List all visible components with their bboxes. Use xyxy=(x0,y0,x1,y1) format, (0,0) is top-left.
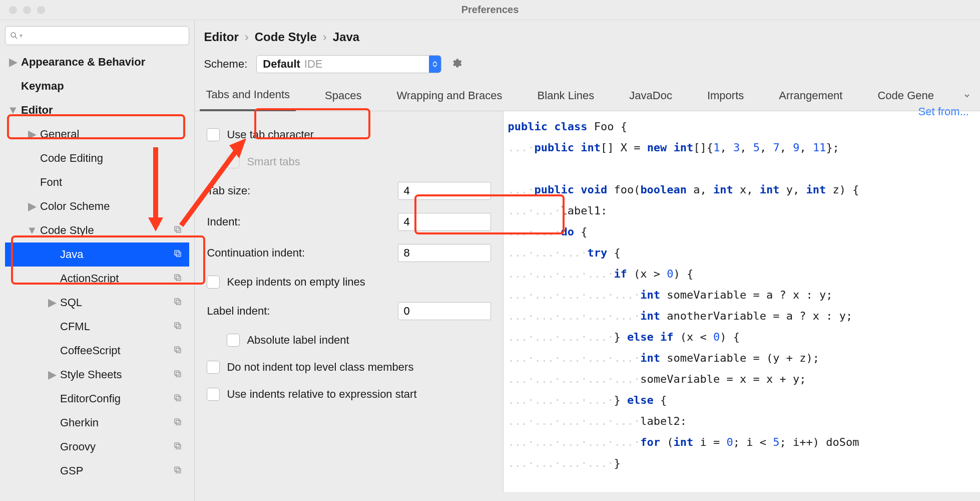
copy-icon[interactable] xyxy=(173,392,182,405)
breadcrumb-item[interactable]: Java xyxy=(333,30,359,44)
search-input[interactable] xyxy=(25,31,185,41)
svg-rect-7 xyxy=(175,275,179,279)
tree-item-style-sheets[interactable]: ▶Style Sheets xyxy=(5,363,189,387)
copy-icon[interactable] xyxy=(173,320,182,333)
tab-size-label: Tab size: xyxy=(207,184,398,197)
tab-tabs-and-indents[interactable]: Tabs and Indents xyxy=(200,81,296,111)
tabs: Tabs and Indents Spaces Wrapping and Bra… xyxy=(195,81,980,111)
tree-item-label: Gherkin xyxy=(60,416,189,429)
tabs-overflow-icon[interactable] xyxy=(963,90,980,103)
chevron-down-icon[interactable]: ▼ xyxy=(8,104,18,117)
copy-icon[interactable] xyxy=(173,272,182,285)
tree-item-label: Color Scheme xyxy=(40,200,189,213)
chevron-right-icon: › xyxy=(323,30,327,44)
tree-item-actionscript[interactable]: ActionScript xyxy=(5,267,189,291)
chevron-down-icon[interactable]: ▼ xyxy=(27,224,37,237)
copy-icon[interactable] xyxy=(173,344,182,357)
tree-item-cfml[interactable]: CFML xyxy=(5,315,189,339)
chevron-right-icon[interactable]: ▶ xyxy=(8,56,18,69)
tree-item-label: GSP xyxy=(60,464,189,477)
chevron-right-icon[interactable]: ▶ xyxy=(27,128,37,141)
svg-rect-4 xyxy=(176,252,181,257)
svg-rect-9 xyxy=(175,299,179,303)
label-indent-input[interactable] xyxy=(398,302,491,320)
checkbox-label: Use indents relative to expression start xyxy=(227,388,416,401)
tab-arrangement[interactable]: Arrangement xyxy=(773,82,848,110)
scheme-stepper-icon[interactable] xyxy=(429,56,441,73)
scheme-selector[interactable]: Default IDE xyxy=(256,55,441,73)
checkbox-icon[interactable] xyxy=(207,388,220,401)
svg-rect-8 xyxy=(176,300,181,305)
tab-spaces[interactable]: Spaces xyxy=(319,82,367,110)
tree-item-coffeescript[interactable]: CoffeeScript xyxy=(5,339,189,363)
svg-rect-18 xyxy=(176,420,181,425)
copy-icon[interactable] xyxy=(173,296,182,309)
smart-tabs-checkbox: Smart tabs xyxy=(207,148,491,175)
indent-settings-form: Use tab character Smart tabs Tab size: I… xyxy=(195,111,503,492)
tree-item-font[interactable]: Font xyxy=(5,170,189,194)
checkbox-label: Absolute label indent xyxy=(247,334,349,347)
tree-item-editor[interactable]: ▼Editor xyxy=(5,98,189,122)
tab-code-generation[interactable]: Code Gene xyxy=(871,82,940,110)
search-input-wrap[interactable]: ▾ xyxy=(5,26,189,45)
breadcrumb-item[interactable]: Editor xyxy=(204,30,238,44)
tree-item-code-editing[interactable]: Code Editing xyxy=(5,146,189,170)
minimize-icon[interactable] xyxy=(23,6,31,14)
chevron-right-icon[interactable]: ▶ xyxy=(27,200,37,213)
tab-blank-lines[interactable]: Blank Lines xyxy=(532,82,601,110)
tree-item-java[interactable]: Java xyxy=(5,242,189,267)
svg-rect-15 xyxy=(175,371,179,375)
tree-item-label: Code Editing xyxy=(40,152,189,165)
tree-item-editorconfig[interactable]: EditorConfig xyxy=(5,387,189,411)
indent-input[interactable] xyxy=(398,213,491,231)
keep-indents-checkbox[interactable]: Keep indents on empty lines xyxy=(207,269,491,296)
chevron-right-icon[interactable]: ▶ xyxy=(47,296,57,309)
checkbox-icon[interactable] xyxy=(207,128,220,141)
tree-item-label: CoffeeScript xyxy=(60,344,189,357)
preferences-tree[interactable]: ▶Appearance & BehaviorKeymap▼Editor▶Gene… xyxy=(5,50,189,483)
svg-rect-16 xyxy=(176,396,181,401)
absolute-label-indent-checkbox[interactable]: Absolute label indent xyxy=(207,327,491,354)
checkbox-icon[interactable] xyxy=(227,334,240,347)
continuation-indent-input[interactable] xyxy=(398,244,491,262)
breadcrumb-item[interactable]: Code Style xyxy=(255,30,317,44)
tree-item-label: Keymap xyxy=(21,80,189,93)
tree-item-code-style[interactable]: ▼Code Style xyxy=(5,218,189,242)
continuation-indent-label: Continuation indent: xyxy=(207,246,398,260)
tree-item-groovy[interactable]: Groovy xyxy=(5,435,189,459)
tree-item-gsp[interactable]: GSP xyxy=(5,459,189,483)
sidebar: ▾ ▶Appearance & BehaviorKeymap▼Editor▶Ge… xyxy=(0,20,195,501)
no-indent-top-level-checkbox[interactable]: Do not indent top level class members xyxy=(207,354,491,381)
tab-wrapping-and-braces[interactable]: Wrapping and Braces xyxy=(390,82,508,110)
tree-item-sql[interactable]: ▶SQL xyxy=(5,291,189,315)
close-icon[interactable] xyxy=(9,6,17,14)
copy-icon[interactable] xyxy=(173,440,182,453)
checkbox-icon[interactable] xyxy=(207,361,220,374)
chevron-right-icon[interactable]: ▶ xyxy=(47,368,57,381)
copy-icon[interactable] xyxy=(173,464,182,477)
tree-item-general[interactable]: ▶General xyxy=(5,122,189,146)
tree-item-gherkin[interactable]: Gherkin xyxy=(5,411,189,435)
tree-item-appearance-behavior[interactable]: ▶Appearance & Behavior xyxy=(5,50,189,74)
checkbox-icon[interactable] xyxy=(207,276,220,289)
tree-item-label: EditorConfig xyxy=(60,392,189,405)
copy-icon[interactable] xyxy=(173,416,182,429)
copy-icon[interactable] xyxy=(173,368,182,381)
copy-icon[interactable] xyxy=(173,224,182,237)
tree-item-color-scheme[interactable]: ▶Color Scheme xyxy=(5,194,189,218)
tab-size-input[interactable] xyxy=(398,182,491,200)
use-tab-character-checkbox[interactable]: Use tab character xyxy=(207,121,491,148)
relative-to-expression-checkbox[interactable]: Use indents relative to expression start xyxy=(207,381,491,408)
label-indent-label: Label indent: xyxy=(207,305,398,318)
tree-item-keymap[interactable]: Keymap xyxy=(5,74,189,98)
search-dropdown-icon[interactable]: ▾ xyxy=(20,32,23,39)
tab-imports[interactable]: Imports xyxy=(701,82,750,110)
copy-icon[interactable] xyxy=(173,248,182,261)
tree-item-label: SQL xyxy=(60,296,189,309)
tab-javadoc[interactable]: JavaDoc xyxy=(623,82,678,110)
window-controls[interactable] xyxy=(0,6,45,14)
zoom-icon[interactable] xyxy=(37,6,45,14)
svg-rect-11 xyxy=(175,323,179,327)
svg-line-1 xyxy=(15,37,17,39)
gear-icon[interactable] xyxy=(450,57,462,72)
